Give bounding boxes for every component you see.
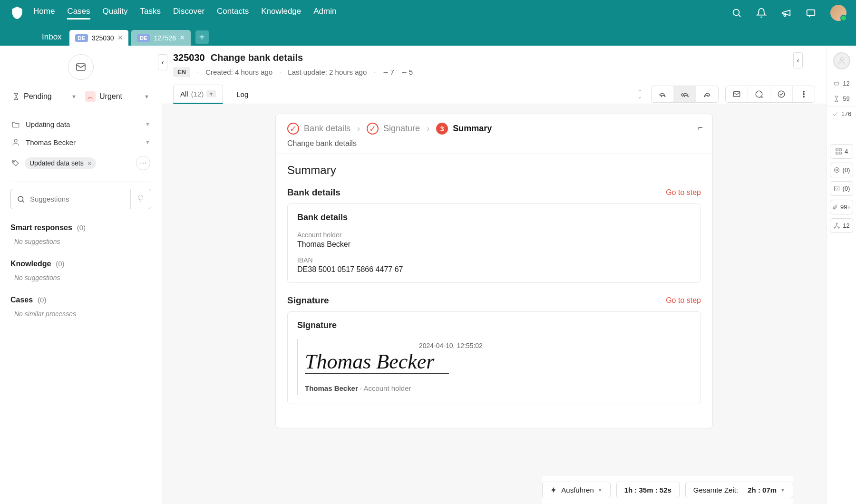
nav-knowledge[interactable]: Knowledge — [261, 7, 301, 19]
rail-attachments-button[interactable]: 99+ — [830, 200, 853, 214]
bell-icon[interactable] — [756, 8, 767, 18]
nav-home[interactable]: Home — [33, 7, 55, 19]
bolt-icon — [550, 486, 557, 494]
hourglass-icon — [833, 96, 840, 102]
tag-text: Updated data sets — [29, 159, 84, 167]
wizard-step-3[interactable]: 3 Summary — [436, 123, 492, 135]
section-empty: No suggestions — [10, 238, 151, 245]
close-icon[interactable]: × — [118, 33, 123, 43]
tag-remove-icon[interactable]: × — [88, 159, 92, 167]
nav-tasks[interactable]: Tasks — [140, 7, 160, 19]
category-label: Updating data — [26, 120, 70, 128]
note-button[interactable] — [748, 86, 770, 102]
cases-section: Cases (0) No similar processes — [10, 296, 151, 318]
card-title: Signature — [297, 320, 691, 330]
main-content: ‹ 325030 Change bank details EN · Create… — [162, 46, 827, 504]
outbound-count: →7 — [382, 68, 394, 76]
top-nav: HomeCasesQualityTasksDiscoverContactsKno… — [0, 0, 856, 26]
chevron-down-icon: ▼ — [144, 94, 149, 99]
tab-all[interactable]: All (12) ▼ — [173, 85, 223, 104]
inbox-tab[interactable]: Inbox — [34, 29, 69, 46]
contact-label: Thomas Becker — [26, 138, 76, 146]
tab-case-id: 325030 — [92, 34, 114, 42]
chevron-down-icon: ▼ — [780, 487, 785, 493]
section-title: Cases — [10, 296, 33, 304]
task-button[interactable] — [770, 86, 793, 102]
contact-dropdown[interactable]: Thomas Becker ▼ — [10, 133, 151, 151]
created-time: Created: 4 hours ago — [205, 68, 272, 76]
tag-more-button[interactable]: ⋯ — [136, 156, 150, 170]
rail-goals-button[interactable]: (0) — [830, 163, 853, 177]
language-badge[interactable]: EN — [173, 67, 190, 77]
svg-rect-2 — [77, 64, 85, 70]
nav-discover[interactable]: Discover — [173, 7, 204, 19]
rail-stat-3[interactable]: 176 — [827, 107, 856, 121]
bank-details-card: Bank details Account holder Thomas Becke… — [287, 204, 701, 283]
tag-chip[interactable]: Updated data sets × — [25, 157, 96, 169]
timer-display[interactable]: 1h : 35m : 52s — [616, 482, 680, 498]
sitemap-icon — [833, 222, 840, 229]
wizard-step-1[interactable]: ✓ Bank details — [287, 123, 350, 135]
nav-contacts[interactable]: Contacts — [217, 7, 249, 19]
section-count: (0) — [38, 296, 46, 304]
execute-button[interactable]: Ausführen ▼ — [542, 482, 610, 498]
process-card: ⌐ ✓ Bank details › ✓ Signature › — [275, 114, 713, 428]
inbound-count: ←5 — [401, 68, 413, 76]
total-time-display[interactable]: Gesamte Zeit: 2h : 07m ▼ — [685, 482, 793, 498]
wizard-step-2[interactable]: ✓ Signature — [367, 123, 420, 135]
reply-button[interactable] — [652, 86, 674, 102]
sort-button[interactable]: ⌃⌄ — [635, 89, 644, 99]
forward-button[interactable] — [696, 86, 718, 102]
collapse-left-button[interactable]: ‹ — [158, 54, 167, 70]
rail-widgets-button[interactable]: 4 — [830, 144, 853, 159]
rail-stat-2[interactable]: 59 — [827, 91, 856, 107]
add-tab-button[interactable]: + — [195, 30, 209, 44]
check-icon: ✓ — [287, 123, 299, 135]
nav-admin[interactable]: Admin — [313, 7, 336, 19]
svg-rect-16 — [836, 152, 838, 154]
reply-all-button[interactable] — [674, 86, 696, 102]
close-icon[interactable]: × — [180, 33, 185, 43]
section-empty: No suggestions — [10, 274, 151, 281]
goto-step-link[interactable]: Go to step — [666, 296, 701, 305]
chevron-right-icon: › — [357, 124, 360, 134]
folder-icon — [11, 120, 20, 128]
category-dropdown[interactable]: Updating data ▼ — [10, 115, 151, 133]
status-dropdown[interactable]: Pending ▼ — [10, 88, 78, 105]
footer-bar: Ausführen ▼ 1h : 35m : 52s Gesamte Zeit:… — [542, 476, 793, 504]
lightbulb-icon[interactable] — [130, 189, 151, 209]
rail-tasks-button[interactable]: (0) — [830, 181, 853, 196]
nav-cases[interactable]: Cases — [67, 7, 90, 19]
goto-step-link[interactable]: Go to step — [666, 188, 701, 197]
email-button[interactable] — [726, 86, 748, 102]
svg-point-22 — [834, 227, 836, 229]
megaphone-icon[interactable] — [781, 8, 791, 18]
nav-quality[interactable]: Quality — [103, 7, 128, 19]
more-menu-button[interactable] — [793, 86, 815, 102]
priority-dropdown[interactable]: ︽ Urgent ▼ — [83, 88, 151, 105]
tag-icon — [11, 159, 20, 167]
bank-section-title: Bank details — [287, 187, 340, 198]
svg-rect-20 — [834, 186, 839, 191]
chevron-down-icon: ▼ — [206, 90, 216, 97]
svg-point-10 — [803, 94, 805, 95]
card-title: Bank details — [297, 213, 691, 223]
rail-relations-button[interactable]: 12 — [830, 218, 853, 233]
rail-stat-1[interactable]: 12 — [827, 76, 856, 91]
case-tab-127526[interactable]: DE127526× — [131, 30, 191, 46]
account-holder-value: Thomas Becker — [297, 240, 691, 249]
popout-icon[interactable]: ⌐ — [698, 123, 703, 133]
chevron-right-icon: › — [427, 124, 429, 134]
tab-log[interactable]: Log — [230, 86, 255, 103]
case-tab-325030[interactable]: DE325030× — [69, 30, 129, 46]
section-empty: No similar processes — [10, 310, 151, 318]
user-avatar[interactable] — [830, 5, 846, 21]
collapse-right-button[interactable]: ‹ — [793, 52, 803, 68]
search-icon[interactable] — [731, 8, 742, 18]
wizard-steps: ✓ Bank details › ✓ Signature › 3 Summary — [287, 123, 701, 135]
chat-icon[interactable] — [806, 8, 816, 18]
field-label: Account holder — [297, 231, 691, 239]
tab-bar: Inbox DE325030×DE127526× + — [0, 26, 856, 46]
suggestions-input[interactable] — [30, 195, 125, 203]
assignee-avatar[interactable] — [833, 52, 850, 69]
